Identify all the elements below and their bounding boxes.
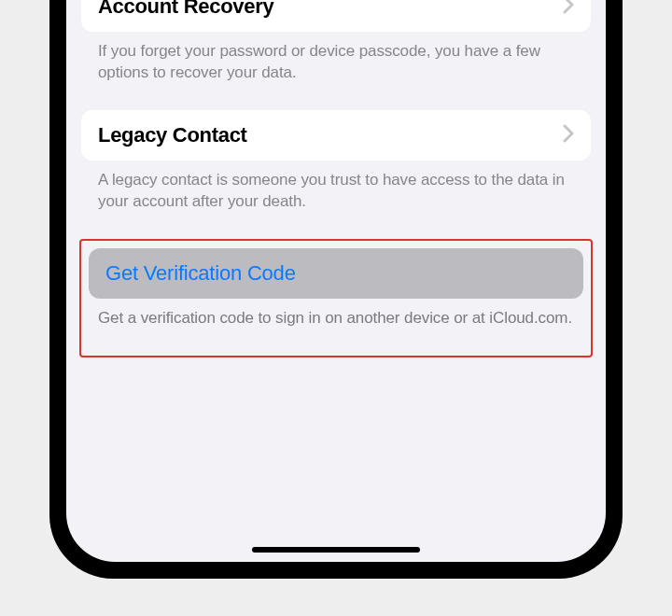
cell-title: Legacy Contact [98,123,247,147]
account-recovery-section: Account Recovery If you forget your pass… [81,0,591,84]
phone-frame: Account Recovery If you forget your pass… [49,0,623,579]
cell-title: Get Verification Code [105,261,296,285]
phone-screen: Account Recovery If you forget your pass… [66,0,606,562]
home-indicator[interactable] [252,547,420,553]
chevron-right-icon [563,124,574,147]
highlight-annotation: Get Verification Code Get a verification… [79,239,593,357]
chevron-right-icon [563,0,574,18]
legacy-contact-cell[interactable]: Legacy Contact [81,110,591,161]
frame-notch [623,401,626,435]
get-verification-code-cell[interactable]: Get Verification Code [89,248,583,299]
section-footer: Get a verification code to sign in on an… [89,299,583,329]
legacy-contact-section: Legacy Contact A legacy contact is someo… [81,110,591,213]
cell-title: Account Recovery [98,0,273,19]
frame-notch [46,401,49,435]
section-footer: A legacy contact is someone you trust to… [81,161,591,213]
account-recovery-cell[interactable]: Account Recovery [81,0,591,32]
section-footer: If you forget your password or device pa… [81,32,591,84]
